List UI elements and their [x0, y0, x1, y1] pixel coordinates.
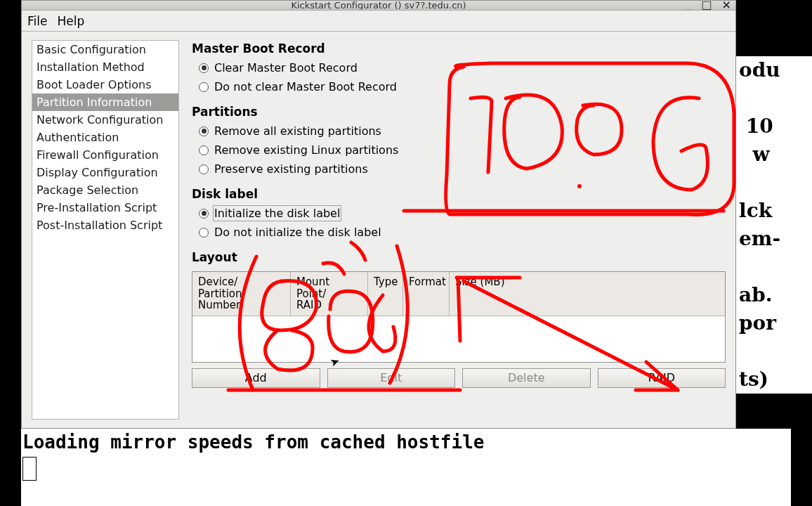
radio-icon	[199, 82, 209, 92]
radio-icon	[199, 63, 209, 73]
radio-no-clear-mbr[interactable]: Do not clear Master Boot Record	[192, 79, 726, 95]
section-layout-title: Layout	[192, 250, 726, 264]
sidebar[interactable]: Basic Configuration Installation Method …	[32, 40, 179, 420]
radio-init-disklabel[interactable]: Initialize the disk label	[192, 205, 726, 221]
section-partitions-title: Partitions	[192, 105, 726, 119]
background-partial-text: odu 10 w lck em- ab. por ts)	[735, 56, 812, 394]
sidebar-item-package-selection[interactable]: Package Selection	[32, 181, 178, 199]
sidebar-item-installation-method[interactable]: Installation Method	[32, 58, 178, 76]
window-title: Kickstart Configurator () sv7?.tedu.cn)	[291, 1, 466, 11]
radio-remove-linux[interactable]: Remove existing Linux partitions	[192, 142, 726, 158]
main-panel: Master Boot Record Clear Master Boot Rec…	[192, 40, 726, 420]
menu-file[interactable]: File	[27, 14, 47, 28]
col-format[interactable]: Format	[403, 272, 450, 316]
radio-label: Remove all existing partitions	[214, 124, 381, 138]
radio-label: Remove existing Linux partitions	[214, 143, 398, 157]
radio-icon	[199, 126, 209, 136]
delete-button[interactable]: Delete	[462, 368, 591, 388]
col-type[interactable]: Type	[368, 272, 403, 316]
terminal-output[interactable]: Loading mirror speeds from cached hostfi…	[21, 429, 791, 506]
radio-icon	[199, 228, 209, 238]
radio-icon	[199, 164, 209, 174]
col-device[interactable]: Device/ Partition Number	[192, 272, 291, 316]
kickstart-window: Kickstart Configurator () sv7?.tedu.cn) …	[21, 0, 736, 429]
sidebar-item-pre-installation-script[interactable]: Pre-Installation Script	[32, 199, 178, 216]
section-mbr-title: Master Boot Record	[192, 41, 726, 56]
terminal-line: Loading mirror speeds from cached hostfi…	[22, 432, 790, 453]
minimize-button[interactable]: _	[686, 1, 691, 11]
sidebar-item-basic-configuration[interactable]: Basic Configuration	[32, 41, 178, 58]
sidebar-item-network-configuration[interactable]: Network Configuration	[32, 111, 178, 129]
add-button[interactable]: Add	[192, 368, 320, 388]
maximize-button[interactable]: □	[701, 1, 712, 11]
raid-button[interactable]: RAID	[598, 368, 726, 388]
terminal-cursor	[22, 457, 37, 481]
radio-label: Initialize the disk label	[214, 207, 340, 220]
sidebar-item-boot-loader-options[interactable]: Boot Loader Options	[32, 76, 178, 93]
radio-clear-mbr[interactable]: Clear Master Boot Record	[192, 60, 726, 76]
sidebar-item-firewall-configuration[interactable]: Firewall Configuration	[32, 146, 178, 164]
radio-label: Preserve existing partitions	[214, 162, 368, 176]
radio-icon	[199, 145, 209, 155]
col-mount[interactable]: Mount Point/ RAID	[291, 272, 368, 316]
layout-table[interactable]: Device/ Partition Number Mount Point/ RA…	[192, 271, 726, 363]
close-button[interactable]: ×	[722, 1, 731, 11]
layout-header: Device/ Partition Number Mount Point/ RA…	[192, 272, 725, 316]
layout-body[interactable]	[192, 316, 725, 363]
radio-label: Do not clear Master Boot Record	[214, 80, 397, 93]
radio-icon	[199, 209, 209, 219]
radio-remove-all[interactable]: Remove all existing partitions	[192, 123, 726, 139]
edit-button[interactable]: Edit	[327, 368, 456, 388]
col-size[interactable]: Size (MB)	[450, 272, 725, 316]
menu-help[interactable]: Help	[57, 14, 84, 28]
menubar: File Help	[22, 11, 735, 32]
section-disklabel-title: Disk label	[192, 187, 726, 201]
titlebar[interactable]: Kickstart Configurator () sv7?.tedu.cn) …	[22, 1, 735, 11]
radio-label: Clear Master Boot Record	[214, 61, 358, 74]
radio-preserve[interactable]: Preserve existing partitions	[192, 161, 726, 177]
sidebar-item-post-installation-script[interactable]: Post-Installation Script	[32, 216, 178, 234]
sidebar-item-authentication[interactable]: Authentication	[32, 129, 178, 146]
radio-no-init-disklabel[interactable]: Do not initialize the disk label	[192, 224, 726, 240]
sidebar-item-partition-information[interactable]: Partition Information	[32, 93, 178, 111]
layout-buttons: Add Edit Delete RAID	[192, 368, 726, 388]
sidebar-item-display-configuration[interactable]: Display Configuration	[32, 164, 178, 181]
radio-label: Do not initialize the disk label	[214, 226, 381, 239]
